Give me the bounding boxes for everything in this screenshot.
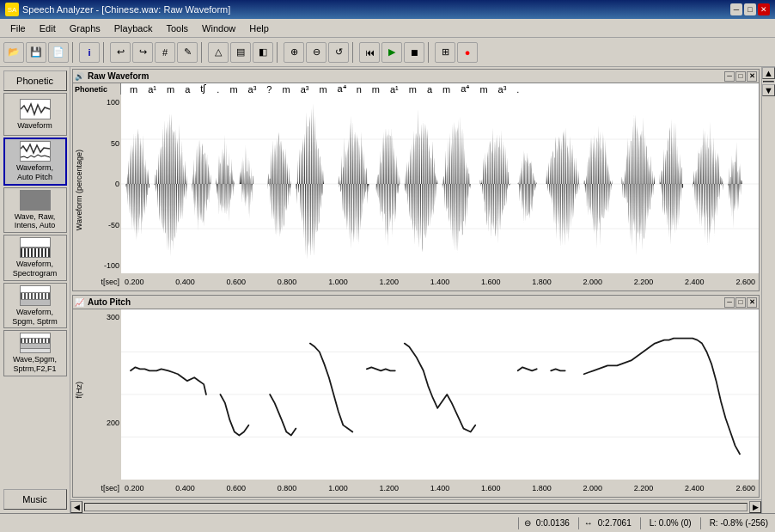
raw-waveform-panel: 🔊 Raw Waveform ─ □ ✕ Phonetic m a¹ m a	[72, 69, 760, 291]
ph-dot1: .	[211, 84, 224, 95]
toolbar-sep-2	[103, 42, 107, 63]
sidebar-waveform-auto-pitch[interactable]: Waveform,Auto Pitch	[3, 138, 67, 186]
ph-dot2: .	[511, 84, 524, 95]
vscroll-down[interactable]: ▼	[762, 84, 775, 96]
status-sep-2	[578, 517, 579, 529]
new-button[interactable]: 📄	[48, 42, 69, 63]
menu-edit[interactable]: Edit	[33, 21, 63, 35]
horizontal-scrollbar[interactable]: ◀ ▶	[70, 499, 761, 513]
sidebar-waveform-spgm-sptrm[interactable]: Waveform,Spgm, Sptrm	[3, 283, 67, 329]
undo-button[interactable]: ↩	[110, 42, 131, 63]
ph-a4b: a⁴	[455, 83, 474, 95]
menu-window[interactable]: Window	[195, 21, 242, 35]
right-level: R: -0.8% (-256)	[706, 518, 772, 528]
ph-m5: m	[314, 84, 332, 95]
toolbar-sep-3	[201, 42, 204, 63]
ph-ts: tʃ	[195, 83, 211, 95]
panel-minimize[interactable]: ─	[724, 71, 735, 82]
waveform-y-axis: Waveform (percentage) 100 50 0 -50 -100	[73, 95, 121, 273]
phonetic-text: Phonetic	[75, 85, 107, 94]
waveform-y-label: Waveform (percentage)	[75, 150, 83, 230]
play-button[interactable]: ▶	[381, 42, 402, 63]
menu-tools[interactable]: Tools	[159, 21, 195, 35]
waveform-x-ticks: 0.200 0.400 0.600 0.800 1.000 1.200 1.40…	[121, 278, 759, 286]
ph-q: ?	[261, 84, 277, 95]
vertical-scrollbar[interactable]: ▲ ▼	[761, 67, 775, 513]
record-button[interactable]: ●	[457, 42, 478, 63]
info-button[interactable]: i	[79, 42, 100, 63]
cursor-time: 0:0.0136	[533, 518, 573, 528]
wave-spgm-sptrm-f2-f1-icon	[20, 333, 51, 353]
phonetic-content: m a¹ m a tʃ . m a³ ? m a³ m a⁴ n m a¹ m	[121, 83, 759, 95]
ph-a5: a	[422, 84, 437, 95]
close-button[interactable]: ✕	[758, 3, 770, 15]
ph-m4: m	[277, 84, 295, 95]
grid1-button[interactable]: ▤	[230, 42, 251, 63]
panel-icon: 🔊	[75, 72, 84, 81]
status-sep-3	[640, 517, 641, 529]
waveform-spgm-sptrm-icon	[20, 285, 51, 306]
pitch-panel-minimize[interactable]: ─	[724, 297, 735, 308]
redo-button[interactable]: ↪	[132, 42, 153, 63]
sidebar-wave-spgm-sptrm-f2-f1-label: Wave,Spgm,Sptrm,F2,F1	[13, 355, 57, 374]
music-label: Music	[22, 494, 47, 504]
pitch-canvas[interactable]	[121, 309, 759, 480]
vscroll-up[interactable]: ▲	[762, 67, 775, 79]
maximize-button[interactable]: □	[744, 3, 756, 15]
left-level: L: 0.0% (0)	[646, 518, 695, 528]
hscroll-right[interactable]: ▶	[749, 501, 761, 513]
loop-button[interactable]: ↺	[328, 42, 349, 63]
panel-close[interactable]: ✕	[747, 71, 757, 82]
minimize-button[interactable]: ─	[730, 3, 742, 15]
prev-button[interactable]: ⏮	[359, 42, 380, 63]
cursor-icon: ⊖	[524, 518, 531, 528]
ph-a3b: a³	[296, 84, 314, 95]
hscroll-left[interactable]: ◀	[70, 501, 82, 513]
wave-raw-intens-icon	[20, 190, 51, 211]
panel-maximize[interactable]: □	[735, 71, 746, 82]
sidebar-music[interactable]: Music	[3, 489, 67, 510]
hash-button[interactable]: #	[155, 42, 175, 63]
menu-help[interactable]: Help	[242, 21, 276, 35]
menu-graphs[interactable]: Graphs	[63, 21, 107, 35]
pitch-panel-maximize[interactable]: □	[735, 297, 746, 308]
waveform-chart[interactable]	[121, 95, 759, 273]
sidebar-wave-raw-intens[interactable]: Wave, Raw,Intens, Auto	[3, 187, 67, 234]
save-button[interactable]: 💾	[26, 42, 46, 63]
sidebar-phonetic[interactable]: Phonetic	[3, 70, 67, 91]
zoomout-button[interactable]: ⊖	[306, 42, 326, 63]
pitch-panel-close[interactable]: ✕	[747, 297, 757, 308]
menu-playback[interactable]: Playback	[107, 21, 160, 35]
sidebar-waveform-spectrogram[interactable]: Waveform,Spectrogram	[3, 235, 67, 281]
triangle-button[interactable]: △	[208, 42, 229, 63]
pitch-x-ticks: 0.200 0.400 0.600 0.800 1.000 1.200 1.40…	[121, 484, 759, 492]
sidebar-wave-spgm-sptrm-f2-f1[interactable]: Wave,Spgm,Sptrm,F2,F1	[3, 330, 67, 376]
auto-pitch-titlebar: 📈 Auto Pitch ─ □ ✕	[73, 296, 759, 309]
pitch-y-axis: f(Hz) 300 200	[73, 309, 121, 480]
window-title: Speech Analyzer - [Chinese.wav: Raw Wave…	[22, 4, 230, 15]
ph-a4: a⁴	[333, 83, 351, 95]
raw-waveform-body: Waveform (percentage) 100 50 0 -50 -100	[73, 95, 759, 273]
sidebar-waveform-spgm-sptrm-label: Waveform,Spgm, Sptrm	[12, 308, 58, 327]
sidebar-waveform-label: Waveform	[17, 121, 52, 131]
grid3-button[interactable]: ⊞	[435, 42, 455, 63]
vscroll-track[interactable]	[763, 81, 774, 83]
hscroll-track[interactable]	[84, 503, 748, 511]
edit-button[interactable]: ✎	[177, 42, 198, 63]
pitch-chart[interactable]	[121, 309, 759, 480]
auto-pitch-panel: 📈 Auto Pitch ─ □ ✕ f(Hz) 300 200	[72, 295, 760, 498]
waveform-canvas[interactable]	[121, 95, 759, 273]
content-area: 🔊 Raw Waveform ─ □ ✕ Phonetic m a¹ m a	[70, 67, 761, 513]
toolbar-sep-5	[352, 42, 356, 63]
sidebar-wave-raw-intens-label: Wave, Raw,Intens, Auto	[15, 212, 56, 231]
ph-a3c: a³	[493, 84, 512, 95]
open-button[interactable]: 📂	[3, 42, 24, 63]
pitch-x-label: t[sec]	[73, 484, 121, 492]
zoomin-button[interactable]: ⊕	[284, 42, 304, 63]
ph-m7: m	[404, 84, 422, 95]
status-sep-4	[700, 517, 701, 529]
menu-file[interactable]: File	[3, 21, 33, 35]
sidebar-waveform[interactable]: Waveform	[3, 93, 67, 136]
grid2-button[interactable]: ◧	[253, 42, 273, 63]
stop-button[interactable]: ⏹	[404, 42, 424, 63]
